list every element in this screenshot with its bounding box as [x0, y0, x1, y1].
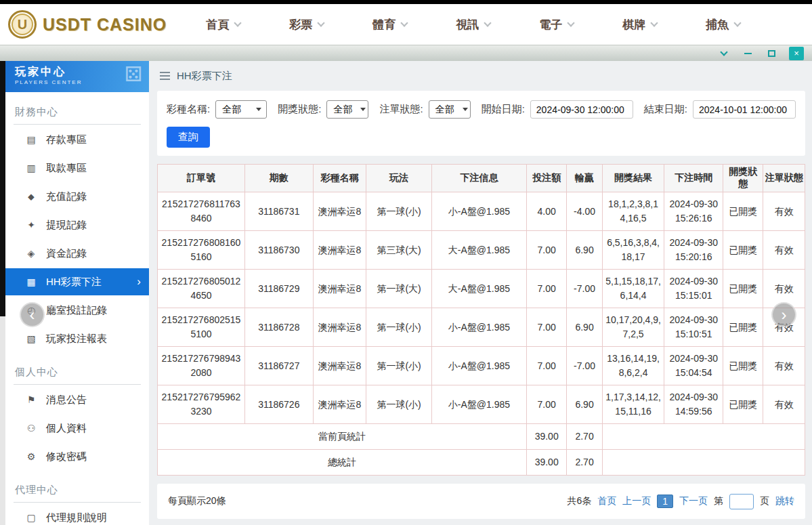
logo-text: USDT CASINO [43, 15, 167, 35]
withdraw-record-icon: ✦ [26, 219, 37, 230]
table-row: 215217276802515510031186728澳洲幸运8第一球(小)小-… [158, 308, 805, 347]
current-page-indicator[interactable]: 1 [657, 495, 673, 508]
column-header: 期數 [244, 165, 313, 192]
sidebar-item-announcements[interactable]: ⚑消息公告 [5, 386, 149, 413]
nav-item-live[interactable]: 視訊 [456, 17, 490, 33]
chevron-down-icon [484, 19, 492, 26]
nav-item-fishing[interactable]: 捕魚 [706, 17, 740, 33]
chevron-down-icon [720, 48, 727, 56]
summary-label: 當前頁統計 [158, 424, 527, 450]
end-date-input[interactable] [693, 100, 796, 119]
table-cell: 有效 [763, 347, 805, 385]
sidebar-item-agent-rules[interactable]: ▢代理規則說明 [5, 504, 149, 525]
nav-item-label: 視訊 [456, 17, 479, 33]
sidebar-item-label: 充值記錄 [46, 190, 87, 203]
sidebar-item-label: 廳室投註記錄 [46, 304, 107, 317]
first-page-link[interactable]: 首页 [597, 495, 616, 507]
draw-status-select[interactable]: 全部 [326, 100, 368, 119]
table-cell: 第一球(小) [366, 308, 432, 347]
sidebar-item-deposit[interactable]: ▤存款專區 [5, 126, 149, 153]
maximize-button[interactable] [765, 47, 777, 60]
sidebar-item-label: 代理規則說明 [46, 511, 107, 524]
table-cell: 小-A盤@1.985 [431, 347, 526, 385]
site-logo[interactable]: U USDT CASINO [8, 10, 167, 39]
table-cell: 31186731 [244, 192, 313, 231]
close-button[interactable]: × [789, 47, 804, 60]
announcements-icon: ⚑ [26, 394, 37, 405]
nav-item-slots[interactable]: 電子 [539, 17, 574, 33]
hamburger-menu-icon[interactable] [160, 75, 170, 77]
table-cell: 已開獎 [723, 231, 763, 270]
table-cell: 7.00 [526, 385, 566, 424]
nav-item-label: 棋牌 [622, 17, 645, 33]
breadcrumb: HH彩票下注 [149, 61, 812, 91]
lottery-name-select[interactable]: 全部 [215, 100, 267, 119]
table-cell: 31186730 [244, 231, 313, 270]
jump-button[interactable]: 跳转 [775, 495, 794, 507]
dice-decoration-icon: ⚄ [125, 62, 142, 86]
collapse-window-button[interactable] [718, 47, 730, 60]
nav-item-chess[interactable]: 棋牌 [622, 17, 657, 33]
sidebar-item-profile[interactable]: ⚇個人資料 [5, 415, 149, 442]
table-cell: 6.90 [567, 385, 602, 424]
table-cell: 2152172768050124650 [158, 270, 245, 308]
sidebar-item-label: 取款專區 [46, 162, 87, 175]
pagination-controls: 共6条 首页 上一页 1 下一页 第 页 跳转 [567, 494, 794, 509]
sidebar-item-hh-lottery-bets[interactable]: ▦HH彩票下注› [5, 268, 149, 295]
sidebar-item-change-password[interactable]: ⚙修改密碼 [5, 443, 149, 470]
select-caret-icon [360, 108, 366, 111]
per-page-text: 每頁顯示20條 [168, 495, 226, 507]
table-cell: 2152172768025155100 [158, 308, 245, 347]
table-cell: 5,1,15,18,17,6,14,4 [602, 270, 664, 308]
table-cell: 2152172768117638460 [158, 192, 245, 231]
scroll-left-button[interactable]: ‹ [20, 302, 45, 327]
summary-bet-total: 39.00 [526, 450, 566, 476]
sidebar-item-label: 修改密碼 [46, 450, 87, 463]
next-page-link[interactable]: 下一页 [679, 495, 708, 507]
search-button[interactable]: 查詢 [167, 127, 210, 148]
nav-item-label: 捕魚 [706, 17, 729, 33]
site-header: U USDT CASINO 首頁彩票體育視訊電子棋牌捕魚 [0, 4, 812, 45]
nav-item-lottery[interactable]: 彩票 [289, 17, 324, 33]
sidebar-item-withdraw[interactable]: ▥取款專區 [5, 154, 149, 182]
prev-page-link[interactable]: 上一页 [622, 495, 651, 507]
sidebar-item-label: HH彩票下注 [46, 276, 102, 289]
summary-bet-total: 39.00 [526, 424, 566, 450]
column-header: 訂單號 [158, 165, 245, 192]
sidebar-item-funds-record[interactable]: ◈資金記錄 [5, 240, 149, 267]
jump-page-input[interactable] [729, 494, 754, 509]
nav-item-home[interactable]: 首頁 [206, 17, 240, 33]
sidebar-item-label: 玩家投注報表 [46, 333, 107, 345]
sidebar-item-recharge-record[interactable]: ⬥充值記錄 [5, 183, 149, 210]
table-cell: 小-A盤@1.985 [431, 192, 526, 231]
lottery-name-select-value: 全部 [222, 104, 241, 116]
order-status-select[interactable]: 全部 [429, 100, 471, 119]
nav-item-sports[interactable]: 體育 [372, 17, 407, 33]
chevron-down-icon [234, 19, 242, 26]
start-date-input[interactable] [530, 100, 633, 119]
sidebar-item-withdraw-record[interactable]: ✦提現記錄 [5, 211, 149, 238]
summary-row: 總統計39.002.70 [158, 450, 805, 476]
column-header: 投注額 [526, 165, 566, 192]
minimize-icon [744, 53, 752, 54]
scroll-right-button[interactable]: › [771, 302, 796, 327]
filter-panel: 彩種名稱: 全部 開獎狀態: 全部 注單狀態: 全部 開始日期: 結束日期: [157, 91, 805, 156]
table-cell: 大-A盤@1.985 [431, 231, 526, 270]
sidebar: 玩家中心 PLAYERS CENTER ⚄ 財務中心▤存款專區▥取款專區⬥充值記… [5, 61, 149, 525]
withdraw-icon: ▥ [26, 163, 37, 173]
table-cell: 有效 [763, 192, 805, 231]
hh-lottery-bets-icon: ▦ [26, 276, 37, 287]
table-cell: -4.00 [567, 192, 602, 231]
table-cell: 澳洲幸运8 [313, 231, 366, 270]
select-caret-icon [256, 108, 261, 111]
table-row: 215217276808160516031186730澳洲幸运8第三球(大)大-… [158, 231, 805, 270]
sidebar-item-label: 資金記錄 [46, 247, 87, 260]
sidebar-item-player-bet-report[interactable]: ▧玩家投注報表 [5, 325, 149, 352]
draw-status-select-value: 全部 [333, 104, 352, 116]
column-header: 開獎結果 [602, 165, 664, 192]
table-cell: 第三球(大) [366, 231, 432, 270]
filter-row: 彩種名稱: 全部 開獎狀態: 全部 注單狀態: 全部 開始日期: 結束日期: [167, 100, 796, 119]
chevron-left-icon: ‹ [30, 306, 35, 324]
maximize-icon [768, 50, 775, 57]
minimize-button[interactable] [742, 47, 754, 60]
